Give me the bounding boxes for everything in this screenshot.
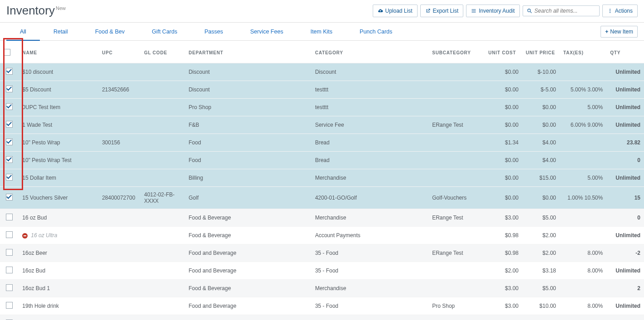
row-checkbox[interactable] (6, 174, 13, 181)
item-qty[interactable]: Unlimited (606, 81, 644, 99)
row-checkbox[interactable] (6, 121, 13, 128)
item-name: 16 oz Bud (22, 215, 47, 221)
row-checkbox[interactable] (6, 103, 13, 110)
col-tax[interactable]: TAX(ES) (560, 41, 606, 63)
row-checkbox[interactable] (6, 249, 13, 256)
row-checkbox[interactable] (6, 214, 13, 220)
col-subcat[interactable]: SUBCATEGORY (428, 41, 485, 63)
table-row[interactable]: 10" Pesto Wrap TestFoodBread$0.00$4.000 (0, 152, 644, 169)
tab-all[interactable]: All (6, 23, 40, 41)
col-cost[interactable]: UNIT COST (485, 41, 522, 63)
item-dept: Food and Beverage (185, 244, 311, 262)
row-checkbox[interactable] (6, 156, 13, 163)
row-checkbox[interactable] (6, 267, 13, 273)
table-row[interactable]: 15 Vouchers Silver284000727004012-02-FB-… (0, 187, 644, 209)
actions-button[interactable]: Actions (602, 5, 638, 17)
col-qty[interactable]: QTY (606, 41, 644, 63)
item-gl (140, 315, 185, 320)
table-row[interactable]: 0UPC Test ItemPro Shoptestttt$0.00$0.005… (0, 99, 644, 116)
row-checkbox[interactable] (6, 68, 13, 75)
tab-passes[interactable]: Passes (191, 23, 236, 41)
col-cat[interactable]: CATEGORY (312, 41, 429, 63)
tab-item-kits[interactable]: Item Kits (297, 23, 346, 41)
upload-list-label: Upload List (385, 8, 413, 14)
item-qty[interactable]: 0 (606, 209, 644, 227)
table-row[interactable]: 10" Pesto Wrap300156FoodBread$1.34$4.002… (0, 134, 644, 152)
row-checkbox[interactable] (6, 302, 13, 309)
item-cat: testttt (312, 81, 429, 99)
row-checkbox[interactable] (6, 86, 13, 92)
select-all-checkbox[interactable] (4, 49, 10, 56)
svg-point-3 (610, 10, 610, 11)
col-name[interactable]: NAME (19, 41, 98, 63)
item-name: 16oz Bud (22, 267, 45, 274)
row-checkbox[interactable] (6, 139, 13, 145)
item-cat: 35 - Food (312, 297, 429, 315)
item-price: $-5.00 (522, 81, 560, 99)
new-item-button[interactable]: + New Item (601, 26, 638, 38)
table-row[interactable]: $10 discountDiscountDiscount$0.00$-10.00… (0, 63, 644, 81)
item-price: $3.18 (522, 262, 560, 280)
tab-service-fees[interactable]: Service Fees (236, 23, 297, 41)
item-qty[interactable]: Unlimited (606, 116, 644, 134)
item-qty[interactable]: Unlimited (606, 315, 644, 320)
item-dept: Wine (185, 315, 311, 320)
item-gl (140, 63, 185, 81)
item-qty[interactable]: 2 (606, 280, 644, 297)
svg-point-0 (528, 9, 530, 11)
item-dept: Food (185, 134, 311, 152)
inventory-audit-button[interactable]: Inventory Audit (466, 5, 519, 17)
col-upc[interactable]: UPC (98, 41, 140, 63)
item-gl (140, 99, 185, 116)
page-title-text: Inventory (6, 4, 55, 17)
table-row[interactable]: 1 Wade TestF&BService FeeERange Test$0.0… (0, 116, 644, 134)
col-gl[interactable]: GL CODE (140, 41, 185, 63)
item-qty[interactable]: Unlimited (606, 169, 644, 187)
item-upc (98, 280, 140, 297)
table-row[interactable]: 16oz BeerFood and Beverage35 - FoodERang… (0, 244, 644, 262)
table-row[interactable]: 2 Hands Angel050049WineRed WineShiraz$18… (0, 315, 644, 320)
table-row[interactable]: 15 Dollar ItemBillingMerchandise$0.00$15… (0, 169, 644, 187)
actions-label: Actions (615, 8, 633, 14)
item-gl (140, 81, 185, 99)
tab-retail[interactable]: Retail (40, 23, 82, 41)
table-row[interactable]: 16 oz BudFood & BeverageMerchandiseERang… (0, 209, 644, 227)
item-dept: Golf (185, 187, 311, 209)
item-price: $2.00 (522, 227, 560, 244)
item-upc (98, 227, 140, 244)
row-checkbox[interactable] (6, 231, 13, 238)
col-dept[interactable]: DEPARTMENT (185, 41, 311, 63)
item-gl (140, 116, 185, 134)
item-upc: 213452666 (98, 81, 140, 99)
item-cost: $0.98 (485, 227, 522, 244)
item-qty[interactable]: -2 (606, 244, 644, 262)
item-upc (98, 99, 140, 116)
table-row[interactable]: $5 Discount213452666Discounttestttt$0.00… (0, 81, 644, 99)
item-qty[interactable]: Unlimited (606, 99, 644, 116)
item-qty[interactable]: Unlimited (606, 262, 644, 280)
table-row[interactable]: 16oz BudFood and Beverage35 - Food$2.00$… (0, 262, 644, 280)
item-qty[interactable]: 23.82 (606, 134, 644, 152)
row-checkbox[interactable] (6, 284, 13, 291)
export-list-button[interactable]: Export List (420, 5, 464, 17)
item-cost: $3.00 (485, 280, 522, 297)
item-qty[interactable]: Unlimited (606, 63, 644, 81)
tab-gift-cards[interactable]: Gift Cards (138, 23, 191, 41)
item-gl (140, 152, 185, 169)
search-input[interactable] (534, 8, 596, 14)
item-qty[interactable]: 15 (606, 187, 644, 209)
tab-punch-cards[interactable]: Punch Cards (346, 23, 406, 41)
item-qty[interactable]: Unlimited (606, 297, 644, 315)
tab-food-bev[interactable]: Food & Bev (82, 23, 138, 41)
table-row[interactable]: 19th Hole drinkFood and Beverage35 - Foo… (0, 297, 644, 315)
item-cost: $1.34 (485, 134, 522, 152)
col-price[interactable]: UNIT PRICE (522, 41, 560, 63)
upload-list-button[interactable]: Upload List (373, 5, 418, 17)
table-row[interactable]: 16 oz UltraFood & BeverageAccount Paymen… (0, 227, 644, 244)
table-row[interactable]: 16oz Bud 1Food & BeverageMerchandise$3.0… (0, 280, 644, 297)
item-gl (140, 244, 185, 262)
item-qty[interactable]: Unlimited (606, 227, 644, 244)
search-container[interactable] (523, 5, 600, 16)
row-checkbox[interactable] (6, 194, 13, 201)
item-qty[interactable]: 0 (606, 152, 644, 169)
